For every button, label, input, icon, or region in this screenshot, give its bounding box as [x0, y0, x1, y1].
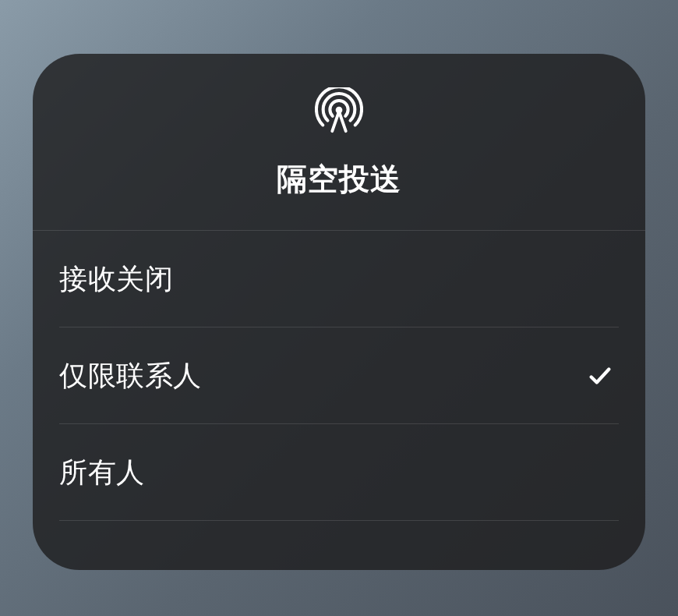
option-contacts-only[interactable]: 仅限联系人 — [33, 327, 645, 424]
option-label: 接收关闭 — [59, 260, 173, 299]
panel-title: 隔空投送 — [277, 158, 401, 200]
airdrop-icon — [314, 87, 364, 136]
panel-header: 隔空投送 — [33, 54, 645, 231]
airdrop-panel: 隔空投送 接收关闭 仅限联系人 所有人 — [33, 54, 645, 570]
options-list: 接收关闭 仅限联系人 所有人 — [33, 231, 645, 570]
option-label: 所有人 — [59, 454, 145, 492]
option-receiving-off[interactable]: 接收关闭 — [33, 231, 645, 327]
check-icon — [586, 362, 614, 390]
option-label: 仅限联系人 — [59, 357, 202, 395]
option-everyone[interactable]: 所有人 — [33, 424, 645, 521]
